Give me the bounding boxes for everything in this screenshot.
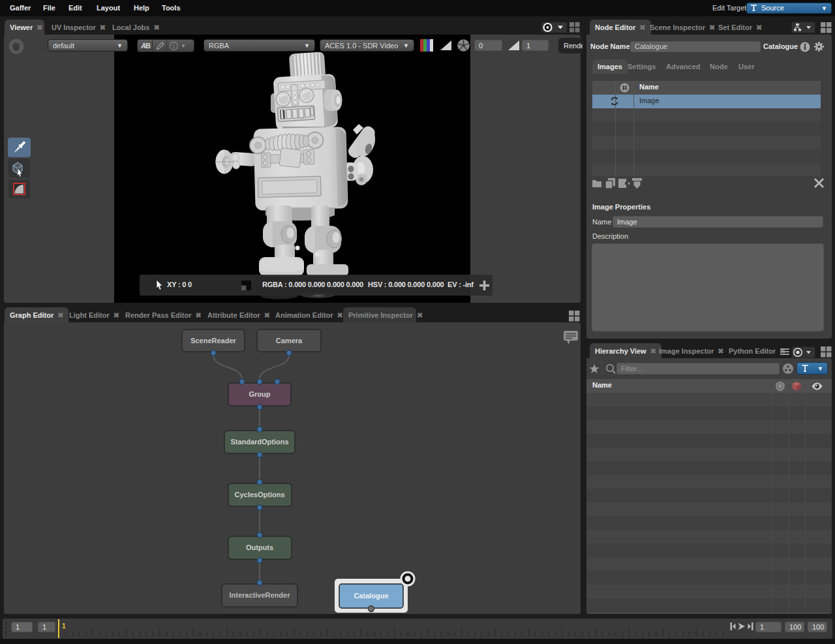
- svg-text:SceneReader: SceneReader: [190, 337, 236, 345]
- svg-text:Catalogue: Catalogue: [354, 592, 388, 600]
- svg-text:Outputs: Outputs: [246, 544, 273, 551]
- svg-text:1: 1: [172, 44, 175, 50]
- svg-text:Group: Group: [249, 390, 271, 398]
- svg-text:Camera: Camera: [276, 337, 303, 345]
- svg-text:CyclesOptions: CyclesOptions: [234, 491, 284, 498]
- svg-text:StandardOptions: StandardOptions: [230, 438, 288, 446]
- svg-text:InteractiveRender: InteractiveRender: [230, 591, 291, 599]
